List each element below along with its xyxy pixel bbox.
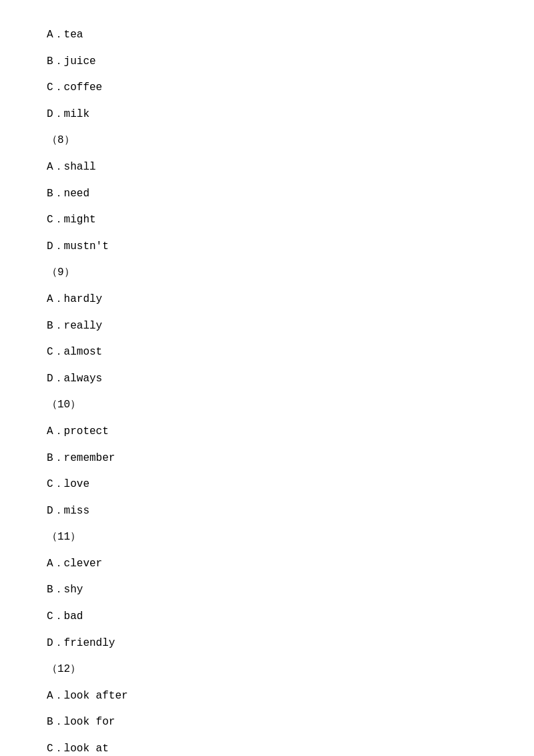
- option-3-0: A．protect: [47, 423, 487, 441]
- option-4-1: B．shy: [47, 582, 487, 599]
- option-1-2: C．might: [47, 212, 487, 229]
- option-1-0: A．shall: [47, 159, 487, 176]
- option-0-1: B．juice: [47, 53, 487, 71]
- option-1-1: B．need: [47, 186, 487, 203]
- option-1-3: D．mustn't: [47, 238, 487, 256]
- section-number-5: （12）: [47, 661, 487, 679]
- option-3-2: C．love: [47, 476, 487, 494]
- section-number-3: （10）: [47, 397, 487, 414]
- section-number-1: （8）: [47, 132, 487, 150]
- section-number-2: （9）: [47, 264, 487, 282]
- main-content: A．teaB．juiceC．coffeeD．milk（8）A．shallB．ne…: [0, 0, 534, 756]
- option-2-1: B．really: [47, 318, 487, 335]
- option-2-2: C．almost: [47, 344, 487, 361]
- option-2-0: A．hardly: [47, 291, 487, 309]
- option-0-2: C．coffee: [47, 79, 487, 97]
- option-3-3: D．miss: [47, 503, 487, 520]
- option-4-2: C．bad: [47, 608, 487, 626]
- section-number-4: （11）: [47, 529, 487, 546]
- option-3-1: B．remember: [47, 450, 487, 467]
- option-5-1: B．look for: [47, 714, 487, 731]
- option-0-3: D．milk: [47, 106, 487, 124]
- option-5-2: C．look at: [47, 741, 487, 756]
- option-5-0: A．look after: [47, 688, 487, 705]
- option-0-0: A．tea: [47, 27, 487, 44]
- option-4-0: A．clever: [47, 556, 487, 573]
- option-2-3: D．always: [47, 371, 487, 388]
- option-4-3: D．friendly: [47, 635, 487, 652]
